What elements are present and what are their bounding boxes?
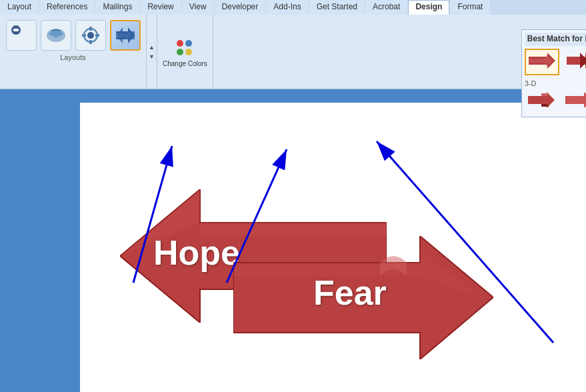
tab-references[interactable]: References [39, 0, 95, 15]
style-item-1[interactable] [525, 49, 559, 75]
styles-row-flat [525, 49, 586, 75]
tab-view[interactable]: View [182, 0, 214, 15]
scroll-up-btn[interactable]: ▲ [147, 43, 157, 52]
dot-red [177, 40, 183, 47]
dot-yellow [185, 49, 192, 55]
tab-developer[interactable]: Developer [215, 0, 266, 15]
dot-green [177, 49, 183, 55]
svg-marker-13 [116, 27, 135, 43]
ribbon-scroll: ▲ ▼ [147, 15, 157, 89]
layouts-label: Layouts [60, 53, 86, 61]
change-colors-label: Change Colors [163, 60, 207, 68]
tab-acrobat[interactable]: Acrobat [365, 0, 407, 15]
document-page: Hope Fear [80, 103, 586, 392]
change-colors-section[interactable]: Change Colors [157, 15, 213, 89]
fear-text: Fear [313, 273, 387, 313]
fear-arrow-container: Fear [233, 236, 493, 362]
document-area: Hope Fear [0, 89, 586, 392]
svg-rect-7 [89, 40, 92, 44]
svg-marker-17 [580, 53, 586, 69]
layout-icons-row [6, 20, 141, 51]
tab-mailings[interactable]: Mailings [95, 0, 139, 15]
styles-row-3d [525, 89, 586, 114]
svg-rect-6 [89, 27, 92, 31]
style-item-2[interactable] [563, 49, 586, 75]
color-dots [177, 40, 193, 56]
layout-icon-process[interactable] [75, 20, 106, 51]
smartart-popup: Best Match for Document [521, 29, 586, 117]
tab-review[interactable]: Review [140, 0, 181, 15]
svg-point-5 [87, 32, 94, 39]
popup-header: Best Match for Document [525, 33, 586, 46]
change-colors-icon [173, 36, 197, 60]
hope-text: Hope [153, 233, 240, 273]
tab-design[interactable]: Design [408, 0, 449, 15]
style-item-3d-2[interactable] [562, 89, 586, 114]
dot-blue [185, 40, 192, 47]
svg-rect-9 [95, 34, 99, 37]
layout-icon-list[interactable] [6, 20, 37, 51]
tab-get-started[interactable]: Get Started [309, 0, 365, 15]
tab-format[interactable]: Format [450, 0, 490, 15]
ribbon: Layouts ▲ ▼ Change Colors Best Match [0, 15, 586, 89]
svg-rect-8 [82, 34, 86, 37]
smartart-area: Best Match for Document [213, 15, 586, 89]
tab-layout[interactable]: Layout [0, 0, 39, 15]
threed-label: 3-D [525, 79, 586, 87]
layout-icon-smart[interactable] [41, 20, 71, 51]
tab-bar: Layout References Mailings Review View D… [0, 0, 586, 15]
svg-marker-24 [528, 93, 549, 96]
tab-add-ins[interactable]: Add-Ins [266, 0, 308, 15]
scroll-down-btn[interactable]: ▼ [147, 52, 157, 61]
layout-icon-arrow[interactable] [110, 20, 141, 51]
style-item-3d-1[interactable] [525, 89, 558, 114]
svg-marker-25 [528, 104, 549, 107]
layouts-section: Layouts [0, 15, 147, 89]
